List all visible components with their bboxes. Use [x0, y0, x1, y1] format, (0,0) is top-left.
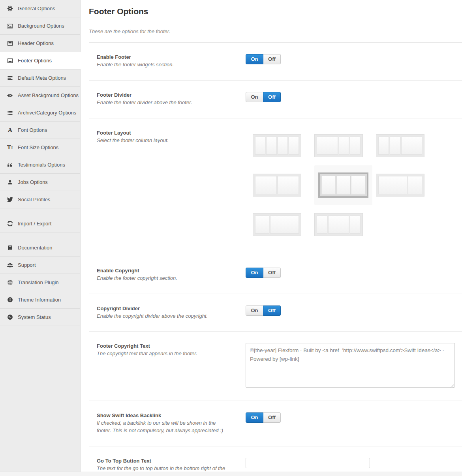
layout-column — [266, 137, 276, 155]
section-show-backlink: Show Swift Ideas Backlink If checked, a … — [89, 401, 462, 446]
sidebar-item-background-options[interactable]: Background Options — [0, 17, 80, 35]
toggle-off-button[interactable]: Off — [263, 305, 281, 316]
option-label: Enable Copyright — [97, 268, 230, 274]
layout-column — [289, 137, 299, 155]
footer-layout-option-5-selected[interactable] — [314, 165, 372, 205]
footer-divider-toggle: On Off — [246, 92, 281, 102]
sidebar-item-label: Jobs Options — [18, 179, 48, 185]
layout-column — [336, 176, 351, 195]
layout-thumbnail[interactable] — [314, 134, 363, 157]
book-icon — [6, 245, 14, 251]
meta-lines-icon — [6, 75, 14, 81]
sidebar-item-default-meta-options[interactable]: Default Meta Options — [0, 69, 80, 87]
section-footer-copyright-text: Footer Copyright Text The copyright text… — [89, 332, 462, 401]
gauge-icon — [6, 314, 14, 320]
option-description: The copyright text that appears in the f… — [97, 350, 230, 358]
sidebar-item-archive-category-options[interactable]: Archive/Category Options — [0, 104, 80, 122]
twitter-icon — [6, 197, 14, 202]
footer-layout-option-2[interactable] — [314, 126, 372, 165]
layout-thumbnail[interactable] — [314, 213, 363, 236]
sidebar-item-translation-plugin[interactable]: Translation Plugin — [0, 274, 80, 291]
sidebar-item-label: Translation Plugin — [18, 279, 59, 285]
sidebar-item-social-profiles[interactable]: Social Profiles — [0, 191, 80, 208]
sidebar-item-general-options[interactable]: General Options — [0, 0, 80, 17]
footer-layout-option-6[interactable] — [376, 165, 434, 205]
globe-icon — [6, 279, 14, 285]
sidebar-item-system-status[interactable]: System Status — [0, 309, 80, 326]
footer-copyright-textarea[interactable]: ©[the-year] Flexform · Built by <a href=… — [246, 343, 455, 388]
sidebar-item-label: System Status — [18, 314, 51, 320]
page-title: Footer Options — [89, 7, 462, 16]
toggle-off-button[interactable]: Off — [263, 54, 281, 64]
sidebar-item-label: Import / Export — [18, 221, 51, 227]
layout-column — [339, 137, 349, 155]
svg-text:I: I — [11, 146, 13, 150]
layout-column — [350, 216, 361, 234]
layout-thumbnail[interactable] — [376, 134, 424, 157]
gear-icon — [6, 6, 14, 11]
toggle-off-button[interactable]: Off — [263, 92, 281, 102]
option-label: Footer Copyright Text — [97, 343, 230, 349]
layout-thumbnail[interactable] — [253, 134, 301, 157]
layout-thumbnail[interactable] — [376, 174, 424, 197]
footer-layout-option-4[interactable] — [253, 165, 311, 205]
section-enable-copyright: Enable Copyright Enable the footer copyr… — [89, 256, 462, 294]
sidebar-item-font-options[interactable]: AFont Options — [0, 122, 80, 139]
layout-column — [321, 176, 336, 195]
sidebar-item-documentation[interactable]: Documentation — [0, 239, 80, 257]
layout-column — [408, 176, 422, 194]
footer-layout-option-8[interactable] — [314, 205, 372, 244]
copyright-divider-toggle: On Off — [246, 305, 281, 316]
option-description: Enable the footer copyright section. — [97, 275, 230, 282]
svg-text:T: T — [7, 144, 11, 150]
toggle-on-button[interactable]: On — [246, 268, 263, 278]
layout-column — [255, 176, 277, 194]
sidebar-item-label: Testimonials Options — [18, 162, 65, 168]
toggle-off-button[interactable]: Off — [263, 412, 281, 423]
footer-icon — [6, 58, 14, 64]
layout-column — [378, 137, 389, 155]
sidebar-spacer — [0, 208, 80, 215]
layout-thumbnail[interactable] — [253, 213, 301, 236]
enable-footer-toggle: On Off — [246, 54, 281, 64]
option-label: Go To Top Button Text — [97, 458, 230, 464]
layout-column — [350, 137, 361, 155]
option-label: Footer Divider — [97, 92, 230, 98]
layout-column — [317, 137, 338, 155]
sidebar-item-header-options[interactable]: Header Options — [0, 35, 80, 52]
section-copyright-divider: Copyright Divider Enable the copyright d… — [89, 294, 462, 332]
footer-layout-option-3[interactable] — [376, 126, 434, 165]
toggle-on-button[interactable]: On — [246, 92, 263, 102]
footer-layout-option-1[interactable] — [253, 126, 311, 165]
page-subtitle: These are the options for the footer. — [89, 20, 462, 43]
sidebar-item-footer-options[interactable]: Footer Options — [0, 52, 81, 69]
sidebar-spacer — [0, 232, 80, 239]
option-description: If checked, a backlink to our site will … — [97, 420, 230, 435]
sidebar-item-support[interactable]: Support — [0, 257, 80, 274]
toggle-on-button[interactable]: On — [246, 305, 263, 316]
layout-thumbnail[interactable] — [253, 174, 301, 197]
toggle-on-button[interactable]: On — [246, 54, 263, 64]
layout-thumbnail[interactable] — [318, 172, 368, 198]
toggle-on-button[interactable]: On — [246, 412, 263, 423]
section-footer-divider: Footer Divider Enable the footer divider… — [89, 81, 462, 118]
sidebar-item-jobs-options[interactable]: Jobs Options — [0, 174, 80, 191]
sidebar-item-import-export[interactable]: Import / Export — [0, 215, 80, 232]
sidebar-item-label: Support — [18, 262, 36, 268]
header-icon — [6, 41, 14, 46]
toggle-off-button[interactable]: Off — [263, 268, 281, 278]
info-icon — [6, 297, 14, 303]
sidebar-item-font-size-options[interactable]: TIFont Size Options — [0, 139, 80, 156]
footer-layout-picker — [253, 126, 462, 244]
footer-layout-option-7[interactable] — [253, 205, 311, 244]
sidebar-item-label: Header Options — [18, 40, 54, 46]
layout-column — [378, 176, 407, 194]
sidebar-item-testimonials-options[interactable]: Testimonials Options — [0, 156, 80, 174]
svg-text:A: A — [8, 127, 12, 133]
sidebar-item-label: Font Size Options — [18, 144, 58, 150]
go-to-top-input[interactable] — [246, 458, 370, 468]
layout-column — [351, 176, 365, 195]
option-label: Enable Footer — [97, 54, 230, 60]
sidebar-item-asset-background-options[interactable]: Asset Background Options — [0, 87, 80, 104]
sidebar-item-theme-information[interactable]: Theme Information — [0, 291, 80, 309]
